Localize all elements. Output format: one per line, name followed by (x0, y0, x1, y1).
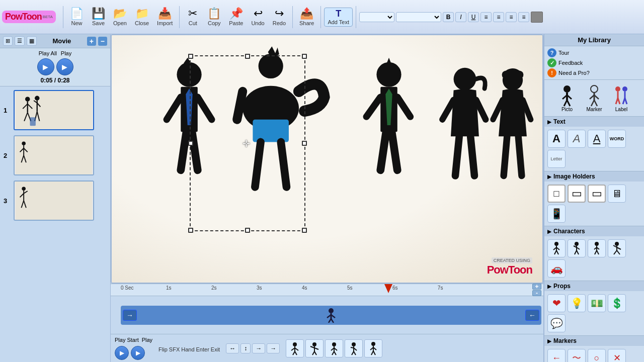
props-header[interactable]: ▶ Props (544, 281, 644, 291)
sfx-label: SFX (169, 346, 180, 352)
copy-button[interactable]: 📋 Copy (204, 7, 224, 28)
remove-slide-button[interactable]: − (98, 37, 107, 46)
marker-items: ← 〜 ○ ✕ ✓ (544, 346, 644, 362)
italic-button[interactable]: I (455, 12, 466, 22)
bold-button[interactable]: B (443, 12, 454, 22)
playhead-marker[interactable] (384, 284, 392, 293)
timeline-left-arrow[interactable]: → (123, 310, 137, 321)
marker-squiggle[interactable]: 〜 (568, 349, 586, 362)
slide-thumbnail[interactable] (14, 90, 94, 130)
prop-bubble[interactable]: 💬 (547, 314, 566, 332)
redo-button[interactable]: ↪ Redo (269, 7, 289, 28)
tour-icon: ? (547, 48, 556, 57)
zoom-out-button[interactable]: - (532, 290, 541, 296)
add-slide-button[interactable]: + (87, 37, 96, 46)
anim-thumb-4[interactable] (345, 339, 363, 357)
marker-circle[interactable]: ○ (588, 349, 606, 362)
char-item-1[interactable] (547, 239, 566, 257)
underline-button[interactable]: U (468, 12, 479, 22)
arrow-right-button[interactable]: → (252, 343, 265, 353)
timeline-right-arrow[interactable]: ← (525, 310, 539, 321)
prop-dollar[interactable]: 💲 (608, 294, 626, 312)
char-item-2[interactable] (568, 239, 586, 257)
cut-button[interactable]: ✂ Cut (183, 7, 203, 28)
add-text-button[interactable]: T Add Text (324, 8, 353, 27)
anim-thumb-1[interactable] (286, 339, 304, 357)
align-right-button[interactable]: ≡ (506, 12, 517, 22)
zoom-in-button[interactable]: + (532, 284, 541, 290)
anim-thumb-3[interactable] (325, 339, 343, 357)
flip-v-button[interactable]: ↕ (240, 343, 251, 353)
font-selector[interactable] (359, 12, 394, 22)
anim-thumb-2[interactable] (305, 339, 324, 357)
play-all-button[interactable]: ▶ (37, 58, 54, 75)
bottom-play-row: Play Start Play (115, 337, 152, 343)
holder-rect2[interactable]: ▭ (588, 185, 606, 203)
text-item-word[interactable]: WORD (608, 130, 626, 148)
new-button[interactable]: 📄 New (66, 7, 87, 28)
prop-bulb[interactable]: 💡 (568, 294, 586, 312)
paste-button[interactable]: 📌 Paste (225, 7, 247, 28)
slide-item[interactable]: 3 (2, 179, 108, 222)
share-button[interactable]: 📤 Share (296, 7, 317, 28)
open-button[interactable]: 📂 Open (110, 7, 130, 28)
markers-header[interactable]: ▶ Markers (544, 336, 644, 346)
slide-thumbnail[interactable] (14, 180, 94, 221)
char-item-car[interactable]: 🚗 (547, 259, 566, 278)
need-pro-link[interactable]: ! Need a Pro? (547, 68, 641, 77)
bottom-play-all-button[interactable]: ▶ (115, 346, 129, 360)
close-button[interactable]: 📁 Close (131, 7, 152, 28)
image-holders-triangle-icon: ▶ (547, 174, 551, 179)
bottom-play-button[interactable]: ▶ (131, 346, 145, 360)
text-item-letter[interactable]: Letter (547, 150, 566, 168)
holder-tablet[interactable]: 📱 (547, 205, 566, 223)
text-color-swatch[interactable] (531, 12, 543, 23)
align-justify-button[interactable]: ≡ (518, 12, 529, 22)
save-button[interactable]: 💾 Save (88, 7, 109, 28)
char-item-3[interactable] (588, 239, 606, 257)
marker-arrow[interactable]: ← (547, 349, 566, 362)
prop-heart[interactable]: ❤ (547, 294, 566, 312)
grid-view-button[interactable]: ⊞ (3, 36, 13, 46)
svg-point-73 (312, 342, 316, 346)
align-center-button[interactable]: ≡ (493, 12, 504, 22)
marker-type[interactable]: Marker (583, 83, 606, 113)
filmstrip-view-button[interactable]: ▦ (27, 36, 37, 46)
cut-icon: ✂ (188, 8, 197, 19)
align-left-button[interactable]: ≡ (480, 12, 492, 22)
slide-thumbnail[interactable] (14, 135, 94, 175)
char-item-4[interactable] (608, 239, 626, 257)
marker-cross[interactable]: ✕ (608, 349, 626, 362)
play-controls: Play All Play ▶ ▶ 0:05 / 0:28 (0, 48, 110, 86)
text-item-A2[interactable]: A (568, 130, 586, 148)
image-holders-header[interactable]: ▶ Image Holders (544, 171, 644, 182)
picto-type[interactable]: Picto (555, 83, 579, 113)
flip-h-button[interactable]: ↔ (226, 343, 239, 353)
holder-square[interactable]: □ (547, 185, 566, 203)
characters-header[interactable]: ▶ Characters (544, 226, 644, 236)
play-button[interactable]: ▶ (56, 58, 73, 75)
feedback-link[interactable]: ✓ Feedback (547, 58, 641, 67)
tour-link[interactable]: ? Tour (547, 48, 641, 57)
text-item-A1[interactable]: A (547, 130, 566, 148)
arrow-right2-button[interactable]: → (267, 343, 280, 353)
text-item-A3[interactable]: A (588, 130, 606, 148)
tick-6: 6s (392, 285, 398, 291)
slide-item[interactable]: 1 (2, 88, 108, 132)
label-type[interactable]: Label (610, 83, 633, 113)
text-section-header[interactable]: ▶ Text (544, 117, 644, 127)
holder-rect1[interactable]: ▭ (568, 185, 586, 203)
timeline-track-inner[interactable]: → ← (121, 306, 541, 325)
import-button[interactable]: 📥 Import (153, 7, 176, 28)
undo-button[interactable]: ↩ Undo (248, 7, 268, 28)
size-selector[interactable] (396, 12, 441, 22)
canvas[interactable]: ✛ CREATED USING PowToon (111, 34, 543, 284)
marker-char-icon (585, 84, 604, 107)
svg-line-127 (575, 250, 577, 254)
prop-money[interactable]: 💵 (588, 294, 606, 312)
slide-item[interactable]: 2 (2, 134, 108, 177)
holder-monitor[interactable]: 🖥 (608, 185, 626, 203)
anim-thumb-5[interactable] (364, 339, 382, 357)
list-view-button[interactable]: ☰ (15, 36, 25, 46)
image-holder-items: □ ▭ ▭ 🖥 📱 (544, 182, 644, 226)
